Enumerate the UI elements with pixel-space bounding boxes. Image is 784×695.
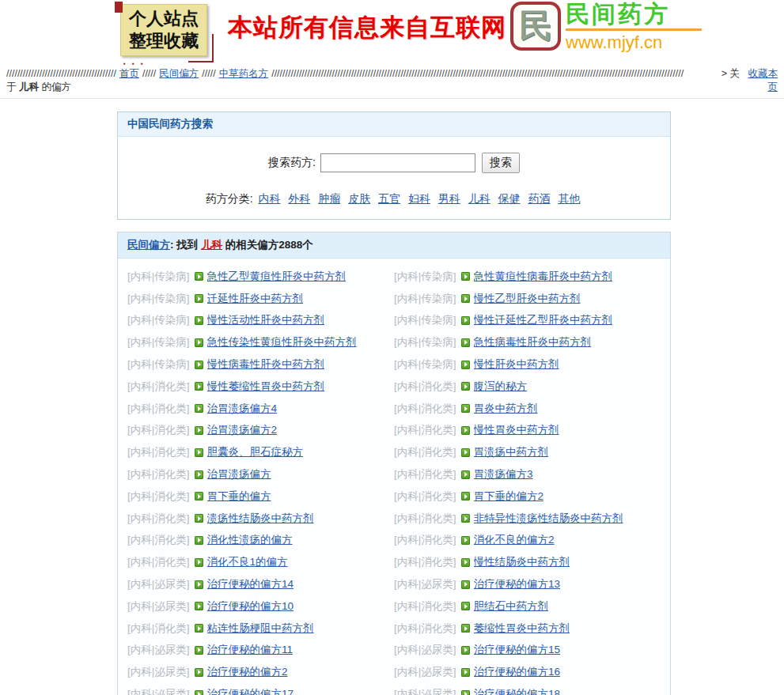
remedy-link[interactable]: 腹泻的秘方 xyxy=(474,380,528,394)
remedy-link[interactable]: 急性黄疸性病毒肝炎中药方剂 xyxy=(474,270,613,284)
remedy-link[interactable]: 胃下垂的偏方 xyxy=(207,489,271,504)
remedy-link[interactable]: 治疗便秘的偏方2 xyxy=(207,665,288,679)
list-item: [内科|传染病] 慢性病毒性肝炎中药方剂 xyxy=(127,353,394,376)
remedy-link[interactable]: 迁延性肝炎中药方剂 xyxy=(207,292,304,306)
category-link[interactable]: 男科 xyxy=(438,192,460,205)
list-item: [内科|消化类] 治胃溃疡偏方4 xyxy=(127,398,394,420)
remedy-link[interactable]: 胃下垂的偏方2 xyxy=(474,489,544,504)
remedy-link[interactable]: 慢性萎缩性胃炎中药方剂 xyxy=(207,380,325,394)
green-arrow-icon xyxy=(195,361,203,369)
category-tag: [内科|消化类] xyxy=(127,555,190,569)
green-arrow-icon xyxy=(195,426,203,435)
list-item: [内科|泌尿类] 治疗便秘的偏方13 xyxy=(394,573,661,595)
category-link[interactable]: 药酒 xyxy=(528,192,550,205)
green-arrow-icon xyxy=(195,536,203,545)
green-arrow-icon xyxy=(461,690,470,695)
green-arrow-icon xyxy=(461,646,470,655)
remedy-link[interactable]: 胃炎中药方剂 xyxy=(474,402,538,416)
remedy-link[interactable]: 胆囊炎、胆石症秘方 xyxy=(207,445,304,459)
category-row-label: 药方分类: xyxy=(206,192,253,205)
remedy-link[interactable]: 粘连性肠梗阻中药方剂 xyxy=(207,621,314,636)
category-tag: [内科|泌尿类] xyxy=(127,665,190,679)
remedy-link[interactable]: 治疗便秘的偏方11 xyxy=(207,643,294,657)
category-link[interactable]: 皮肤 xyxy=(348,192,370,205)
category-link[interactable]: 五官 xyxy=(378,192,400,205)
category-link[interactable]: 其他 xyxy=(558,192,580,205)
results-header: 民间偏方: 找到 儿科 的相关偏方2888个 xyxy=(118,232,670,259)
remedy-link[interactable]: 消化不良1的偏方 xyxy=(207,555,288,569)
category-tag: [内科|消化类] xyxy=(127,423,190,437)
about-keyword: 儿科 xyxy=(19,81,39,93)
bookmark-page-link[interactable]: 收藏本页 xyxy=(744,67,778,94)
category-link[interactable]: 儿科 xyxy=(468,192,490,205)
badge-line2: 整理收藏 xyxy=(129,30,199,52)
remedy-link[interactable]: 消化性溃疡的偏方 xyxy=(207,533,293,547)
list-item: [内科|消化类] 胃下垂的偏方 xyxy=(127,485,394,508)
remedy-link[interactable]: 慢性活动性肝炎中药方剂 xyxy=(207,313,325,327)
list-item: [内科|传染病] 慢性活动性肝炎中药方剂 xyxy=(127,310,394,332)
personal-site-badge: 个人站点 整理收藏 xyxy=(120,4,207,56)
search-button[interactable]: 搜索 xyxy=(482,153,520,173)
remedy-link[interactable]: 慢性结肠炎中药方剂 xyxy=(474,555,570,569)
remedy-link[interactable]: 溃疡性结肠炎中药方剂 xyxy=(207,512,314,526)
category-tag: [内科|消化类] xyxy=(127,467,190,482)
remedy-link[interactable]: 急性病毒性肝炎中药方剂 xyxy=(474,335,592,349)
remedy-link[interactable]: 胃溃疡偏方3 xyxy=(474,467,533,482)
category-link[interactable]: 肿瘤 xyxy=(318,192,340,205)
remedy-link[interactable]: 治疗便秘的偏方15 xyxy=(474,643,561,657)
remedy-link[interactable]: 慢性迁延性乙型肝炎中药方剂 xyxy=(474,313,613,327)
remedy-link[interactable]: 慢性胃炎中药方剂 xyxy=(474,423,559,437)
search-input[interactable] xyxy=(320,153,475,172)
nav-folk-remedies-link[interactable]: 民间偏方 xyxy=(159,67,199,81)
results-header-link[interactable]: 民间偏方 xyxy=(127,239,170,251)
remedy-link[interactable]: 治胃溃疡偏方4 xyxy=(207,402,278,416)
category-tag: [内科|消化类] xyxy=(394,555,456,569)
remedy-link[interactable]: 非特异性溃疡性结肠炎中药方剂 xyxy=(474,512,623,526)
about-pre: 于 xyxy=(6,81,19,93)
list-item: [内科|消化类] 治胃溃疡偏方 xyxy=(127,463,394,485)
remedy-link[interactable]: 治疗便秘的偏方17 xyxy=(207,687,294,695)
category-tag: [内科|传染病] xyxy=(394,292,456,306)
category-tag: [内科|泌尿类] xyxy=(394,643,456,657)
remedy-link[interactable]: 治胃溃疡偏方 xyxy=(207,467,271,482)
category-tag: [内科|消化类] xyxy=(127,489,190,504)
category-links-row: 药方分类: 内科 外科 肿瘤 皮肤 五官 妇科 男科 儿科 xyxy=(118,192,670,206)
remedy-link[interactable]: 慢性乙型肝炎中药方剂 xyxy=(474,292,581,306)
remedy-link[interactable]: 治疗便秘的偏方18 xyxy=(474,687,561,695)
category-tag: [内科|泌尿类] xyxy=(127,643,190,657)
remedy-link[interactable]: 急性乙型黄疸性肝炎中药方剂 xyxy=(207,270,347,284)
remedy-link[interactable]: 胆结石中药方剂 xyxy=(474,599,549,614)
remedy-link[interactable]: 胃溃疡中药方剂 xyxy=(474,445,549,459)
category-link[interactable]: 外科 xyxy=(288,192,310,205)
green-arrow-icon xyxy=(195,624,203,633)
remedy-link[interactable]: 治疗便秘的偏方10 xyxy=(207,599,294,614)
remedy-link[interactable]: 治疗便秘的偏方16 xyxy=(474,665,561,679)
category-tag: [内科|消化类] xyxy=(394,533,456,547)
category-tag: [内科|消化类] xyxy=(394,512,456,526)
category-tag: [内科|传染病] xyxy=(394,313,456,327)
disclaimer-banner: 本站所有信息来自互联网 xyxy=(228,11,506,44)
green-arrow-icon xyxy=(195,338,203,347)
remedy-link[interactable]: 治胃溃疡偏方2 xyxy=(207,423,278,437)
list-item: [内科|泌尿类] 治疗便秘的偏方18 xyxy=(394,683,661,695)
results-keyword-link[interactable]: 儿科 xyxy=(201,239,222,251)
category-link[interactable]: 妇科 xyxy=(408,192,430,205)
remedy-link[interactable]: 消化不良的偏方2 xyxy=(474,533,555,547)
site-logo[interactable]: 民 民间药方 www.mjyf.cn xyxy=(510,2,702,52)
green-arrow-icon xyxy=(195,272,203,281)
list-item: [内科|消化类] 溃疡性结肠炎中药方剂 xyxy=(127,508,394,530)
remedy-link[interactable]: 慢性肝炎中药方剂 xyxy=(474,357,559,372)
remedy-link[interactable]: 萎缩性胃炎中药方剂 xyxy=(474,621,570,636)
green-arrow-icon xyxy=(461,382,470,391)
remedy-link[interactable]: 治疗便秘的偏方13 xyxy=(474,577,561,591)
remedy-link[interactable]: 慢性病毒性肝炎中药方剂 xyxy=(207,357,325,372)
nav-home-link[interactable]: 首页 xyxy=(119,67,139,81)
nav-herbal-link[interactable]: 中草药名方 xyxy=(219,67,269,81)
category-tag: [内科|传染病] xyxy=(127,292,190,306)
category-link[interactable]: 保健 xyxy=(498,192,521,205)
list-item: [内科|消化类] 胃下垂的偏方2 xyxy=(394,485,661,508)
remedy-link[interactable]: 治疗便秘的偏方14 xyxy=(207,577,294,591)
category-tag: [内科|消化类] xyxy=(394,380,456,394)
remedy-link[interactable]: 急性传染性黄疸性肝炎中药方剂 xyxy=(207,335,357,349)
category-link[interactable]: 内科 xyxy=(258,192,280,205)
